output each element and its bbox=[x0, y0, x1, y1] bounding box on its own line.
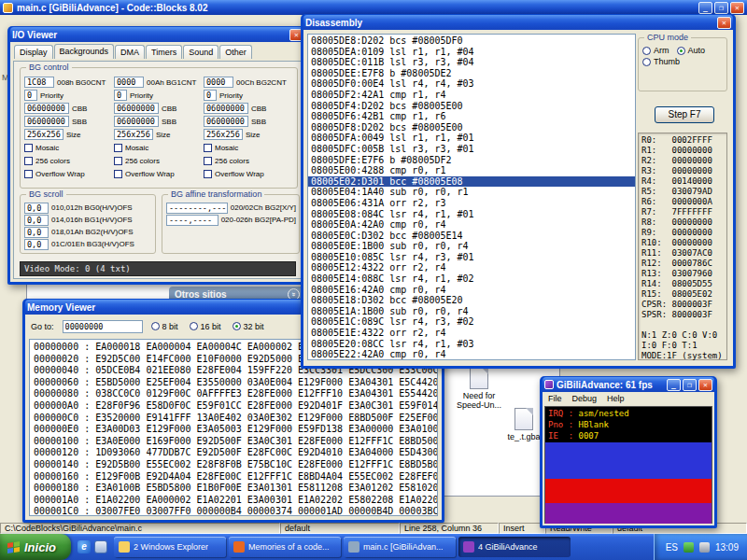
disassembly-line[interactable]: 08005DF6:42B1 cmp r1, r6 bbox=[311, 111, 635, 122]
disassembly-line[interactable]: 08005DFA:0049 lsl r1, r1, #01 bbox=[311, 133, 635, 144]
bg-affine-value[interactable]: ----,---- bbox=[166, 215, 218, 226]
radio-icon[interactable] bbox=[642, 58, 651, 66]
disassembly-line[interactable]: 08005E0E:1B00 sub r0, r0, r4 bbox=[311, 241, 635, 252]
bg-affine-value[interactable]: --------,-------- bbox=[166, 203, 228, 214]
io-viewer-tab[interactable]: Other bbox=[219, 45, 252, 59]
disassembly-line[interactable]: 08005E16:42A0 cmp r0, r4 bbox=[311, 285, 635, 296]
size-value[interactable]: 256x256 bbox=[204, 129, 243, 140]
taskbar-item[interactable]: main.c [GiBiliAdvan... bbox=[344, 537, 456, 557]
disassembly-line[interactable]: 08005E00:4288 cmp r0, r1 bbox=[311, 165, 635, 176]
taskbar-item[interactable]: 4 GiBiliAdvance bbox=[458, 537, 571, 557]
disassembly-line[interactable]: 08005E10:085C lsr r4, r3, #01 bbox=[311, 252, 635, 263]
goto-input[interactable] bbox=[63, 320, 143, 333]
disassembly-line[interactable]: 08005DF2:42A1 cmp r1, r4 bbox=[311, 90, 635, 101]
memory-row[interactable]: 000001C0 : 03007FE0 03007FF0 000000B4 00… bbox=[34, 506, 437, 516]
disassembly-line[interactable]: 08005E1E:4322 orr r2, r4 bbox=[311, 328, 635, 339]
cpu-mode-radio[interactable]: Arm bbox=[642, 46, 669, 55]
disassembly-line[interactable]: 08005DFC:005B lsl r3, r3, #01 bbox=[311, 144, 635, 155]
disassembly-listing[interactable]: 08005DE8:D202 bcs #08005DF0 08005DEA:010… bbox=[307, 34, 636, 360]
memory-row[interactable]: 00000160 : E129F00B E92D4A04 E28FE00C E1… bbox=[34, 471, 437, 483]
overflow-wrap-checkbox[interactable] bbox=[114, 170, 122, 178]
maximize-button[interactable]: ❐ bbox=[714, 2, 728, 14]
memory-row[interactable]: 000000C0 : E3520000 E9141FFF 13A0E402 03… bbox=[34, 413, 437, 425]
memory-row[interactable]: 00000140 : E92D5B00 E55EC002 E28F8F0B E7… bbox=[34, 459, 437, 471]
close-icon[interactable]: ✕ bbox=[717, 17, 731, 29]
io-viewer-tab[interactable]: Timers bbox=[146, 45, 182, 59]
256colors-checkbox[interactable] bbox=[24, 157, 33, 165]
io-viewer-tab[interactable]: Sound bbox=[183, 45, 218, 59]
disassembly-line[interactable]: 08005DEE:E7F8 b #08005DE2 bbox=[311, 68, 635, 79]
overflow-wrap-checkbox[interactable] bbox=[204, 170, 212, 178]
radio-icon[interactable] bbox=[677, 47, 685, 55]
menu-item[interactable]: File bbox=[548, 394, 562, 403]
file-item[interactable]: Need for Speed-Un... bbox=[449, 367, 509, 410]
menu-item[interactable]: Debug bbox=[572, 394, 598, 403]
disassembly-line[interactable]: 08005E12:4322 orr r2, r4 bbox=[311, 262, 635, 273]
priority-value[interactable]: 0 bbox=[114, 90, 127, 101]
show-desktop-icon[interactable] bbox=[94, 540, 107, 553]
io-viewer-titlebar[interactable]: I/O Viewer ✕ bbox=[10, 27, 305, 42]
overflow-wrap-checkbox[interactable] bbox=[24, 170, 33, 178]
disassembly-line[interactable]: 08005DE8:D202 bcs #08005DF0 bbox=[311, 35, 635, 47]
memory-row[interactable]: 000000E0 : E3A00D03 E129F000 E3A05003 E1… bbox=[34, 424, 437, 436]
disassembly-line[interactable]: 08005E18:D302 bcc #08005E20 bbox=[311, 295, 635, 306]
language-indicator[interactable]: ES bbox=[666, 542, 678, 553]
disassembly-line[interactable]: 08005E02:D301 bcc #08005E08 bbox=[308, 176, 635, 188]
disassembly-line[interactable]: 08005E14:088C lsr r4, r1, #02 bbox=[311, 273, 635, 285]
bgcnt-value[interactable]: 1C08 bbox=[24, 77, 54, 88]
taskbar-item[interactable]: 2 Windows Explorer bbox=[114, 537, 226, 557]
disassembly-line[interactable]: 08005DF0:00E4 lsl r4, r4, #03 bbox=[311, 78, 635, 90]
disassembly-line[interactable]: 08005DEC:011B lsl r3, r3, #04 bbox=[311, 57, 635, 68]
bit-width-radio[interactable]: 8 bit bbox=[151, 322, 178, 331]
memory-row[interactable]: 000000A0 : E28F0F96 E58D0F0C E59F01CC E2… bbox=[34, 400, 437, 413]
cbb-value[interactable]: 06000000 bbox=[114, 103, 159, 114]
start-button[interactable]: Inicio bbox=[0, 534, 71, 560]
memory-row[interactable]: 00000060 : E5BD5000 E25EF004 E3550000 03… bbox=[34, 377, 437, 389]
radio-icon[interactable] bbox=[642, 47, 651, 55]
maximize-button[interactable]: ❐ bbox=[683, 379, 697, 391]
internet-explorer-icon[interactable]: e bbox=[78, 540, 91, 553]
disassembly-line[interactable]: 08005E0C:D302 bcc #08005E14 bbox=[311, 231, 635, 242]
cbb-value[interactable]: 06000000 bbox=[204, 103, 248, 114]
disassembly-line[interactable]: 08005E1A:1B00 sub r0, r0, r4 bbox=[311, 306, 635, 317]
mosaic-checkbox[interactable] bbox=[204, 144, 212, 152]
main-titlebar[interactable]: main.c [GiBiliAdvance] - Code::Blocks 8.… bbox=[0, 0, 747, 15]
disassembly-line[interactable]: 08005E04:1A40 sub r0, r0, r1 bbox=[311, 187, 635, 198]
taskbar-item[interactable]: Memories of a code... bbox=[229, 537, 341, 557]
sbb-value[interactable]: 06000000 bbox=[24, 116, 69, 127]
memory-row[interactable]: 00000120 : 1D093060 477DDB7C E92D500F E2… bbox=[34, 447, 437, 459]
bit-width-radio[interactable]: 32 bit bbox=[233, 322, 264, 331]
cbb-value[interactable]: 06000000 bbox=[24, 103, 69, 114]
disassembly-titlebar[interactable]: Disassembly ✕ bbox=[303, 15, 733, 30]
bit-width-radio[interactable]: 16 bit bbox=[190, 322, 221, 331]
tray-icon-gray[interactable] bbox=[699, 542, 710, 553]
disassembly-line[interactable]: 08005DFE:E7F6 b #08005DF2 bbox=[311, 155, 635, 166]
bgcnt-value[interactable]: 0000 bbox=[204, 77, 233, 88]
disassembly-line[interactable]: 08005E20:08CC lsr r4, r1, #03 bbox=[311, 339, 635, 350]
bg-scroll-value[interactable]: 0,0 bbox=[24, 239, 49, 250]
disassembly-line[interactable]: 08005DF4:D202 bcs #08005E00 bbox=[311, 101, 635, 112]
disassembly-line[interactable]: 08005E06:431A orr r2, r3 bbox=[311, 198, 635, 209]
sbb-value[interactable]: 06000000 bbox=[204, 116, 248, 127]
step-button[interactable]: Step F7 bbox=[655, 106, 714, 123]
memory-row[interactable]: 000001A0 : E1A02200 EA000002 E1A02201 E3… bbox=[34, 495, 437, 507]
mosaic-checkbox[interactable] bbox=[24, 144, 33, 152]
tray-icon-green[interactable] bbox=[684, 542, 694, 553]
priority-value[interactable]: 0 bbox=[24, 90, 37, 101]
io-viewer-tab[interactable]: Backgrounds bbox=[54, 44, 115, 59]
disassembly-line[interactable]: 08005E22:42A0 cmp r0, r4 bbox=[311, 349, 635, 360]
disassembly-line[interactable]: 08005E1C:089C lsr r4, r3, #02 bbox=[311, 316, 635, 328]
io-viewer-tab[interactable]: DMA bbox=[115, 45, 145, 59]
radio-icon[interactable] bbox=[190, 322, 198, 330]
disassembly-line[interactable]: 08005E08:084C lsr r4, r1, #01 bbox=[311, 209, 635, 220]
disassembly-line[interactable]: 08005DF8:D202 bcs #08005E00 bbox=[311, 122, 635, 133]
size-value[interactable]: 256x256 bbox=[114, 129, 153, 140]
disassembly-line[interactable]: 08005E0A:42A0 cmp r0, r4 bbox=[311, 219, 635, 231]
disassembly-line[interactable]: 08005DEA:0109 lsl r1, r1, #04 bbox=[311, 47, 635, 58]
radio-icon[interactable] bbox=[233, 322, 241, 330]
memory-row[interactable]: 00000180 : E3A0100B E5BD5800 E1B0F00E E3… bbox=[34, 483, 437, 495]
cpu-mode-radio[interactable]: Thumb bbox=[642, 57, 680, 66]
io-viewer-tab[interactable]: Display bbox=[14, 45, 53, 59]
sbb-value[interactable]: 06000000 bbox=[114, 116, 159, 127]
cpu-mode-radio[interactable]: Auto bbox=[677, 46, 706, 55]
